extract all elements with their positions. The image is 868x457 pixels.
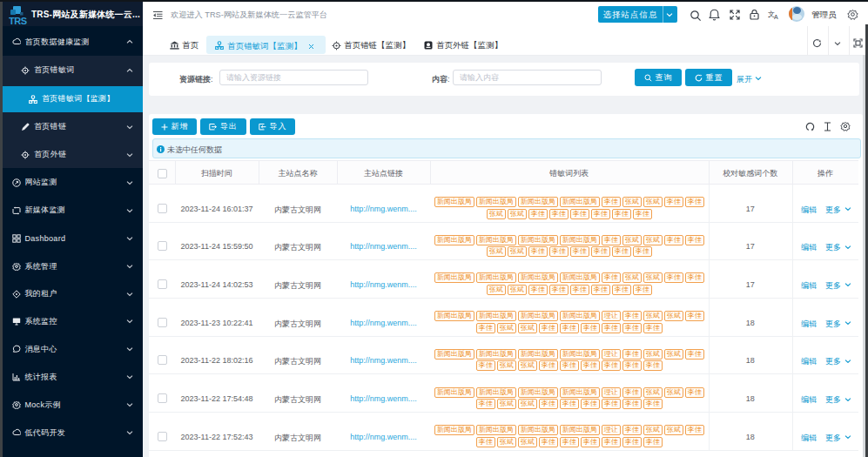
svg-text:A: A [774,14,778,20]
svg-text:TRS: TRS [9,16,27,25]
